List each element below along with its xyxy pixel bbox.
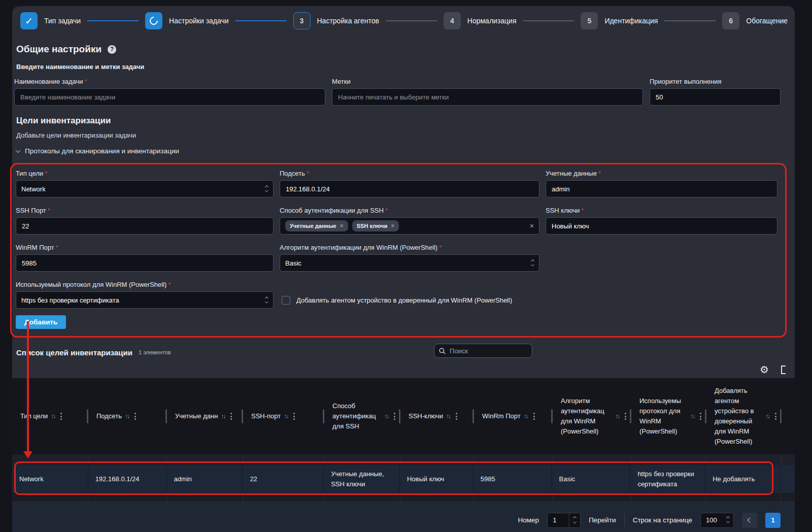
column-header-credentials[interactable]: Учетные данн ↑↓ <box>167 378 243 454</box>
step-normalization[interactable]: 4 Нормализация <box>444 12 523 29</box>
step-connector <box>523 20 574 21</box>
rows-per-page-select[interactable]: 100 <box>700 513 734 528</box>
form-row-1: Тип цели* Network Подсеть* Учетные данны… <box>16 170 785 197</box>
check-glyph: ✓ <box>25 15 33 27</box>
priority-input[interactable] <box>650 88 781 106</box>
priority-field-group: Приоритет выполнения <box>650 78 781 106</box>
cell-winrm-protocol: https без проверки сертификата <box>630 465 705 493</box>
cell-filler <box>781 465 795 493</box>
sort-icon[interactable]: ↑↓ <box>615 413 621 420</box>
rows-per-page-label: Строк на странице <box>633 516 692 524</box>
step-task-type[interactable]: ✓ Тип задачи <box>20 12 87 29</box>
kebab-menu-icon[interactable] <box>624 413 627 420</box>
current-page-button[interactable]: 1 <box>765 513 781 528</box>
table-footer: Номер 1 Перейти Строк на странице 100 1 <box>12 501 795 532</box>
table-gap-row <box>12 454 795 465</box>
kebab-menu-icon[interactable] <box>455 413 458 420</box>
target-form-annotated: Тип цели* Network Подсеть* Учетные данны… <box>10 163 787 338</box>
priority-label: Приоритет выполнения <box>650 78 781 85</box>
sort-icon[interactable]: ↑↓ <box>125 413 130 420</box>
credentials-input[interactable] <box>546 180 777 197</box>
column-header-winrm-port[interactable]: WinRm Порт ↑↓ <box>474 378 553 454</box>
add-target-button[interactable]: Добавить <box>16 315 66 329</box>
sort-icon[interactable]: ↑↓ <box>765 413 771 420</box>
sort-icon[interactable]: ↑↓ <box>446 413 452 420</box>
tag-close-icon[interactable]: × <box>391 222 394 229</box>
column-header-winrm-auth[interactable]: Алгоритм аутентификац для WinRM (PowerSh… <box>553 378 631 454</box>
required-asterisk: * <box>385 207 388 214</box>
tags-input[interactable] <box>332 88 643 106</box>
targets-heading: Цели инвентаризации <box>16 116 795 126</box>
go-to-page-button[interactable]: Перейти <box>589 516 616 524</box>
ssh-keys-input[interactable] <box>546 217 777 235</box>
required-asterisk: * <box>439 244 442 251</box>
protocols-accordion[interactable]: Протоколы для сканирования и инвентариза… <box>16 147 795 155</box>
step-label: Идентификация <box>604 17 658 25</box>
ssh-port-label: SSH Порт* <box>16 207 274 214</box>
select-arrows-icon <box>727 517 729 523</box>
kebab-menu-icon[interactable] <box>59 413 63 420</box>
kebab-menu-icon[interactable] <box>133 413 137 420</box>
page-number-input[interactable]: 1 <box>547 513 581 528</box>
kebab-menu-icon[interactable] <box>699 413 702 420</box>
sort-icon[interactable]: ↑↓ <box>221 413 226 420</box>
sort-icon[interactable]: ↑↓ <box>524 413 529 420</box>
column-header-filler <box>782 378 795 454</box>
kebab-menu-icon[interactable] <box>229 413 233 420</box>
table-row[interactable]: Network 192.168.0.1/24 admin 22 Учетные … <box>12 465 795 493</box>
sort-icon[interactable]: ↑↓ <box>690 413 696 420</box>
winrm-protocol-value: https без проверки сертификата <box>21 296 265 304</box>
ssh-auth-tag[interactable]: Учетные данные× <box>285 220 348 231</box>
fullscreen-icon[interactable] <box>781 365 786 374</box>
gear-icon[interactable]: ⚙ <box>760 364 769 375</box>
targets-table: Тип цели ↑↓ Подсеть ↑↓ Учетные данн ↑↓ S… <box>12 378 795 532</box>
step-identification[interactable]: 5 Идентификация <box>581 12 664 29</box>
page-number-value: 1 <box>548 513 569 527</box>
sort-icon[interactable]: ↑↓ <box>51 413 56 420</box>
trusted-checkbox-label: Добавлять агентом устройство в доверенны… <box>296 296 512 304</box>
previous-page-button[interactable] <box>742 513 757 528</box>
trusted-checkbox[interactable] <box>282 296 290 305</box>
ssh-auth-tag[interactable]: SSH ключи× <box>352 220 399 231</box>
column-header-target-type[interactable]: Тип цели ↑↓ <box>12 378 88 454</box>
step-agents-setup[interactable]: 3 Настройка агентов <box>293 12 386 29</box>
sort-icon[interactable]: ↑↓ <box>284 413 289 420</box>
winrm-protocol-group: Используемый протокол для WinRM (PowerSh… <box>16 281 274 309</box>
column-header-ssh-port[interactable]: SSH-порт ↑↓ <box>243 378 324 454</box>
tag-close-icon[interactable]: × <box>340 222 344 229</box>
ssh-auth-group: Способ аутентификации для SSH* Учетные д… <box>280 207 539 235</box>
column-header-ssh-auth[interactable]: Способ аутентификац для SSH ↑↓ <box>324 378 400 454</box>
number-stepper[interactable] <box>569 513 580 527</box>
required-asterisk: * <box>598 170 601 177</box>
help-icon[interactable]: ? <box>108 45 116 54</box>
task-name-input[interactable] <box>14 88 325 106</box>
kebab-menu-icon[interactable] <box>532 413 536 420</box>
column-header-ssh-keys[interactable]: SSH-ключи ↑↓ <box>400 378 474 454</box>
step-enrichment[interactable]: 6 Обогащение <box>722 12 790 29</box>
column-header-trusted[interactable]: Добавлять агентом устройство в доверенны… <box>706 378 782 454</box>
list-header: Список целей инвентаризации 1 элементов <box>12 344 795 361</box>
search-input[interactable] <box>450 347 521 355</box>
column-header-subnet[interactable]: Подсеть ↑↓ <box>88 378 167 454</box>
rows-per-page-value: 100 <box>706 516 727 524</box>
select-arrows-icon <box>265 297 268 304</box>
winrm-auth-select[interactable]: Basic <box>280 254 539 272</box>
kebab-menu-icon[interactable] <box>774 413 777 420</box>
step-task-settings[interactable]: Настройки задачи <box>145 12 235 29</box>
column-header-winrm-protocol[interactable]: Используемы протокол для WinRM (PowerShe… <box>631 378 706 454</box>
page: ✓ Тип задачи Настройки задачи 3 Настройк… <box>0 0 812 532</box>
search-box[interactable] <box>434 344 532 358</box>
clear-field-icon[interactable]: × <box>530 222 534 230</box>
kebab-menu-icon[interactable] <box>393 413 396 420</box>
winrm-protocol-select[interactable]: https без проверки сертификата <box>16 291 274 309</box>
main-panel: ✓ Тип задачи Настройки задачи 3 Настройк… <box>12 6 795 532</box>
winrm-port-input[interactable] <box>16 254 274 272</box>
target-type-select[interactable]: Network <box>16 180 274 197</box>
subnet-input[interactable] <box>280 180 539 197</box>
ssh-auth-multiselect[interactable]: Учетные данные× SSH ключи× × <box>280 217 539 235</box>
ssh-port-input[interactable] <box>16 217 274 235</box>
sort-icon[interactable]: ↑↓ <box>384 413 390 420</box>
task-name-label: Наименование задачи* <box>14 78 325 85</box>
kebab-menu-icon[interactable] <box>292 413 296 420</box>
search-icon <box>439 348 446 354</box>
